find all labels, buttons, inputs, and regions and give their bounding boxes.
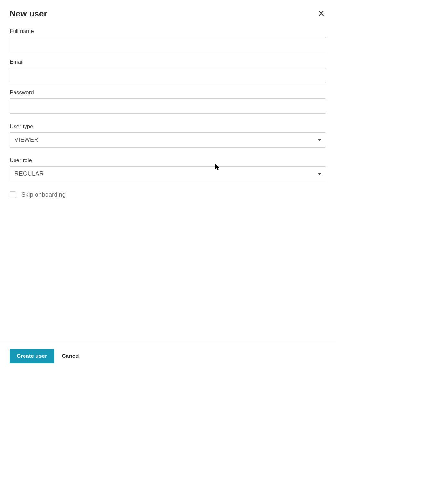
user-role-value: REGULAR	[15, 170, 44, 177]
form-group-user-type: User type VIEWER	[10, 123, 326, 148]
dialog-title: New user	[10, 9, 47, 19]
skip-onboarding-label[interactable]: Skip onboarding	[21, 191, 66, 198]
user-role-label: User role	[10, 157, 326, 164]
user-type-value: VIEWER	[15, 137, 38, 143]
full-name-label: Full name	[10, 28, 326, 35]
close-icon	[318, 10, 325, 18]
dialog-header: New user	[10, 8, 326, 19]
email-input[interactable]	[10, 68, 326, 83]
password-input[interactable]	[10, 98, 326, 114]
user-role-select-wrapper: REGULAR	[10, 166, 326, 181]
password-label: Password	[10, 89, 326, 96]
user-type-label: User type	[10, 123, 326, 130]
form-group-full-name: Full name	[10, 28, 326, 52]
cancel-button[interactable]: Cancel	[62, 353, 80, 359]
dialog-footer: Create user Cancel	[0, 342, 336, 370]
close-button[interactable]	[316, 8, 326, 19]
form-group-user-role: User role REGULAR	[10, 157, 326, 181]
user-role-select[interactable]: REGULAR	[10, 166, 326, 181]
new-user-dialog: New user Full name Email Password User t…	[0, 0, 336, 198]
full-name-input[interactable]	[10, 37, 326, 52]
user-type-select-wrapper: VIEWER	[10, 132, 326, 148]
skip-onboarding-row: Skip onboarding	[10, 191, 326, 198]
form-group-email: Email	[10, 59, 326, 83]
skip-onboarding-checkbox[interactable]	[10, 191, 16, 198]
email-label: Email	[10, 59, 326, 65]
user-type-select[interactable]: VIEWER	[10, 132, 326, 148]
form-group-password: Password	[10, 89, 326, 114]
create-user-button[interactable]: Create user	[10, 349, 54, 363]
